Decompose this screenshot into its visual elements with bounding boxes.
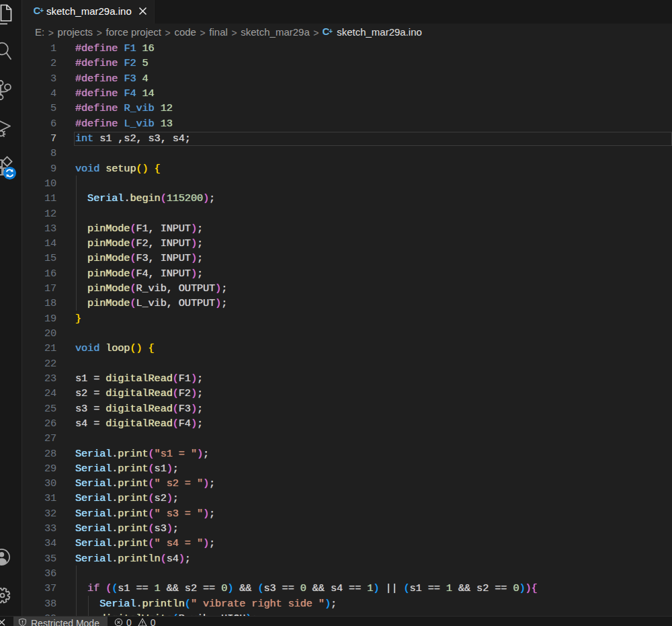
- svg-text:+: +: [329, 28, 333, 35]
- svg-text:+: +: [40, 7, 44, 14]
